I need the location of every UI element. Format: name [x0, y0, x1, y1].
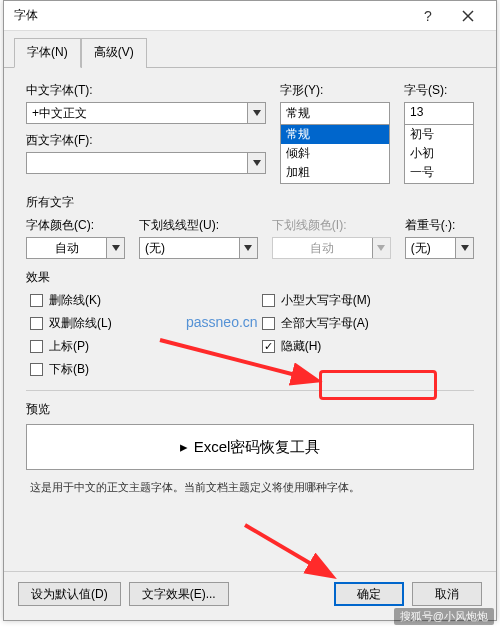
double-strike-checkbox[interactable]: 双删除线(L) — [30, 315, 112, 332]
svg-marker-6 — [244, 245, 252, 251]
chevron-down-icon — [239, 238, 257, 258]
help-button[interactable]: ? — [408, 2, 448, 30]
checkbox-icon — [30, 340, 43, 353]
zh-font-label: 中文字体(T): — [26, 82, 266, 99]
dialog-content: 中文字体(T): +中文正文 西文字体(F): 字形(Y): 常规 常规 — [4, 68, 496, 503]
chevron-down-icon — [372, 238, 390, 258]
preview-box: ▸Excel密码恢复工具 — [26, 424, 474, 470]
small-caps-checkbox[interactable]: 小型大写字母(M) — [262, 292, 371, 309]
font-color-combo[interactable]: 自动 — [26, 237, 125, 259]
zh-font-combo[interactable]: +中文正文 — [26, 102, 266, 124]
tab-advanced[interactable]: 高级(V) — [81, 38, 147, 68]
underline-color-value: 自动 — [273, 238, 372, 258]
checkbox-icon — [30, 363, 43, 376]
close-button[interactable] — [448, 2, 488, 30]
font-dialog: 字体 ? 字体(N) 高级(V) 中文字体(T): +中文正文 西文字体(F): — [3, 0, 497, 621]
svg-marker-4 — [253, 160, 261, 166]
chevron-down-icon — [106, 238, 124, 258]
style-listbox[interactable]: 常规 倾斜 加粗 — [280, 124, 390, 184]
checkbox-icon — [30, 294, 43, 307]
effects-group: 删除线(K) 双删除线(L) 上标(P) 下标(B) 小型大写字母(M) 全部大… — [26, 292, 474, 378]
tab-font[interactable]: 字体(N) — [14, 38, 81, 68]
dialog-title: 字体 — [14, 7, 408, 24]
chevron-down-icon — [247, 153, 265, 173]
preview-text: Excel密码恢复工具 — [194, 438, 321, 457]
list-item[interactable]: 小初 — [405, 144, 473, 163]
emphasis-combo[interactable]: (无) — [405, 237, 474, 259]
svg-marker-7 — [377, 245, 385, 251]
size-input[interactable]: 13 — [404, 102, 474, 124]
help-icon: ? — [421, 9, 435, 23]
preview-label: 预览 — [26, 401, 474, 418]
west-font-value — [27, 153, 247, 173]
style-value: 常规 — [281, 103, 389, 124]
underline-style-value: (无) — [140, 238, 239, 258]
subscript-checkbox[interactable]: 下标(B) — [30, 361, 112, 378]
emphasis-value: (无) — [406, 238, 455, 258]
underline-style-combo[interactable]: (无) — [139, 237, 258, 259]
underline-color-combo: 自动 — [272, 237, 391, 259]
text-effects-button[interactable]: 文字效果(E)... — [129, 582, 229, 606]
west-font-combo[interactable] — [26, 152, 266, 174]
superscript-checkbox[interactable]: 上标(P) — [30, 338, 112, 355]
svg-marker-8 — [461, 245, 469, 251]
underline-style-label: 下划线线型(U): — [139, 217, 258, 234]
font-color-label: 字体颜色(C): — [26, 217, 125, 234]
checkbox-icon — [262, 340, 275, 353]
underline-color-label: 下划线颜色(I): — [272, 217, 391, 234]
size-value: 13 — [405, 103, 473, 124]
list-item[interactable]: 倾斜 — [281, 144, 389, 163]
font-color-value: 自动 — [27, 238, 106, 258]
all-text-label: 所有文字 — [26, 194, 474, 211]
style-input[interactable]: 常规 — [280, 102, 390, 124]
effects-label: 效果 — [26, 269, 474, 286]
titlebar: 字体 ? — [4, 1, 496, 31]
size-label: 字号(S): — [404, 82, 474, 99]
checkbox-icon — [262, 317, 275, 330]
list-item[interactable]: 一号 — [405, 163, 473, 182]
emphasis-label: 着重号(·): — [405, 217, 474, 234]
style-label: 字形(Y): — [280, 82, 390, 99]
checkbox-icon — [262, 294, 275, 307]
svg-marker-3 — [253, 110, 261, 116]
west-font-label: 西文字体(F): — [26, 132, 266, 149]
svg-marker-5 — [112, 245, 120, 251]
checkbox-icon — [30, 317, 43, 330]
cancel-button[interactable]: 取消 — [412, 582, 482, 606]
all-caps-checkbox[interactable]: 全部大写字母(A) — [262, 315, 371, 332]
chevron-down-icon — [247, 103, 265, 123]
zh-font-value: +中文正文 — [27, 103, 247, 123]
svg-text:?: ? — [424, 9, 432, 23]
list-item[interactable]: 初号 — [405, 125, 473, 144]
preview-hint: 这是用于中文的正文主题字体。当前文档主题定义将使用哪种字体。 — [30, 480, 474, 495]
list-item[interactable]: 加粗 — [281, 163, 389, 182]
hidden-checkbox[interactable]: 隐藏(H) — [262, 338, 371, 355]
image-credit: 搜狐号@小风炮炮 — [394, 608, 494, 625]
list-item[interactable]: 常规 — [281, 125, 389, 144]
set-default-button[interactable]: 设为默认值(D) — [18, 582, 121, 606]
chevron-down-icon — [455, 238, 473, 258]
size-listbox[interactable]: 初号 小初 一号 — [404, 124, 474, 184]
ok-button[interactable]: 确定 — [334, 582, 404, 606]
close-icon — [462, 10, 474, 22]
tab-strip: 字体(N) 高级(V) — [4, 31, 496, 68]
strikethrough-checkbox[interactable]: 删除线(K) — [30, 292, 112, 309]
